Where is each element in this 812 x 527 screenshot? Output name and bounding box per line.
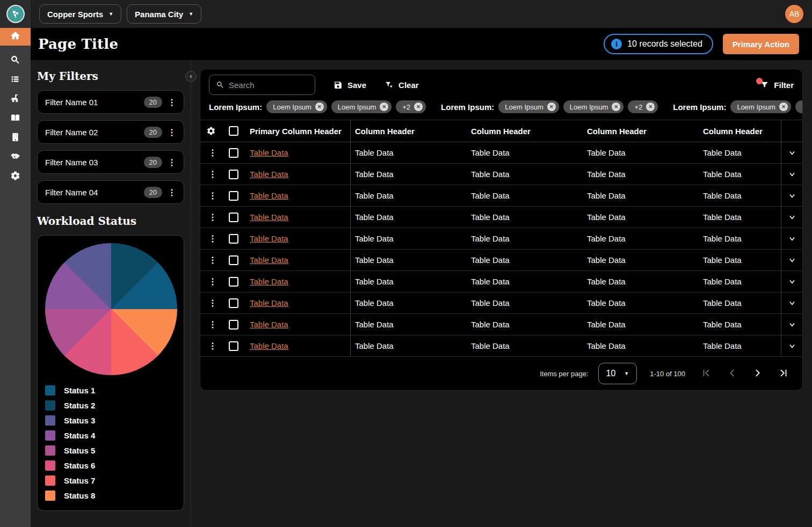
row-expand-cell[interactable] (781, 250, 802, 270)
kebab-menu-icon[interactable]: ⋮ (165, 157, 178, 167)
filter-chip[interactable]: Loem Ipsum ✕ (266, 100, 327, 113)
avatar[interactable]: AB (785, 5, 803, 23)
filter-card[interactable]: Filter Name 04 20 ⋮ (37, 180, 184, 204)
collapse-panel-button[interactable]: ‹ (185, 71, 197, 82)
row-menu-icon[interactable]: ⋮ (206, 319, 219, 330)
filter-chip[interactable]: +2 ✕ (396, 100, 426, 113)
sidebar-item-book[interactable] (0, 109, 31, 128)
primary-cell-link[interactable]: Table Data (250, 320, 288, 329)
select-all-checkbox[interactable] (229, 126, 238, 136)
filter-chip[interactable]: Loem Ipsum ✕ (563, 100, 624, 113)
row-checkbox[interactable] (229, 255, 238, 265)
logo-icon (6, 5, 25, 23)
row-checkbox[interactable] (229, 277, 238, 287)
chip-remove-icon[interactable]: ✕ (414, 103, 423, 111)
primary-action-button[interactable]: Primary Action (723, 34, 799, 54)
filter-card[interactable]: Filter Name 03 20 ⋮ (37, 150, 184, 174)
filter-chip[interactable]: Loem Ipsum ✕ (498, 100, 559, 113)
table-cell: Table Data (699, 142, 781, 163)
chevron-down-icon (788, 342, 796, 350)
kebab-menu-icon[interactable]: ⋮ (165, 187, 178, 197)
records-selected-badge[interactable]: i 10 records selected (604, 34, 713, 54)
filter-chip[interactable]: Loem Ipsum ✕ (331, 100, 392, 113)
row-menu-icon[interactable]: ⋮ (206, 255, 219, 265)
column-header-4[interactable]: Column Header (699, 120, 781, 142)
primary-cell-link[interactable]: Table Data (250, 234, 288, 243)
row-expand-cell[interactable] (781, 185, 802, 206)
column-header-2[interactable]: Column Header (467, 120, 583, 142)
app-logo[interactable] (0, 0, 31, 28)
chip-remove-icon[interactable]: ✕ (380, 103, 388, 111)
save-button[interactable]: Save (334, 80, 366, 90)
row-checkbox[interactable] (229, 213, 238, 222)
column-header-primary[interactable]: Primary Column Header (245, 120, 351, 142)
sidebar-item-building[interactable] (0, 128, 31, 148)
row-expand-cell[interactable] (781, 228, 802, 249)
row-menu-icon[interactable]: ⋮ (206, 276, 219, 287)
filter-card[interactable]: Filter Name 02 20 ⋮ (37, 120, 184, 144)
row-menu-icon[interactable]: ⋮ (206, 341, 219, 351)
row-expand-cell[interactable] (781, 142, 802, 163)
org-selector[interactable]: Copper Sports ▼ (39, 4, 121, 24)
row-menu-icon[interactable]: ⋮ (206, 169, 219, 179)
row-expand-cell[interactable] (781, 314, 802, 335)
row-checkbox[interactable] (229, 170, 238, 179)
chip-remove-icon[interactable]: ✕ (315, 103, 324, 111)
row-expand-cell[interactable] (781, 335, 802, 356)
row-checkbox[interactable] (229, 234, 238, 244)
primary-cell-link[interactable]: Table Data (250, 148, 288, 157)
location-selector[interactable]: Panama City ▼ (127, 4, 201, 24)
legend-swatch (45, 445, 55, 456)
sidebar-item-settings[interactable] (0, 167, 31, 186)
kebab-menu-icon[interactable]: ⋮ (165, 97, 178, 107)
last-page-button[interactable] (775, 368, 792, 379)
row-expand-cell[interactable] (781, 271, 802, 292)
primary-cell-link[interactable]: Table Data (250, 298, 288, 308)
chip-remove-icon[interactable]: ✕ (547, 103, 556, 111)
row-checkbox[interactable] (229, 191, 238, 201)
sidebar-item-home[interactable] (0, 28, 31, 46)
row-expand-cell[interactable] (781, 207, 802, 228)
first-page-button[interactable] (698, 368, 714, 379)
kebab-menu-icon[interactable]: ⋮ (165, 127, 178, 137)
row-checkbox[interactable] (229, 341, 238, 351)
primary-cell-link[interactable]: Table Data (250, 341, 288, 350)
row-menu-icon[interactable]: ⋮ (206, 233, 219, 244)
primary-cell-link[interactable]: Table Data (250, 170, 288, 179)
column-settings-cell[interactable] (200, 120, 222, 142)
column-header-1[interactable]: Column Header (351, 120, 467, 142)
search-input[interactable] (229, 80, 308, 90)
row-expand-cell[interactable] (781, 292, 802, 313)
filter-card[interactable]: Filter Name 01 20 ⋮ (37, 90, 184, 114)
table-cell: Table Data (467, 250, 583, 270)
primary-cell-link[interactable]: Table Data (250, 277, 288, 286)
chip-label: +2 (402, 103, 410, 111)
primary-cell-link[interactable]: Table Data (250, 191, 288, 200)
row-menu-icon[interactable]: ⋮ (206, 212, 219, 222)
filter-chip[interactable]: +2 ✕ (628, 100, 658, 113)
chip-remove-icon[interactable]: ✕ (646, 103, 655, 111)
sidebar-item-handshake[interactable] (0, 148, 31, 167)
clear-filters-button[interactable]: Clear (385, 80, 419, 90)
row-menu-icon[interactable]: ⋮ (206, 298, 219, 308)
next-page-button[interactable] (750, 368, 766, 379)
row-checkbox[interactable] (229, 298, 238, 308)
sidebar-item-list[interactable] (0, 70, 31, 90)
page-size-select[interactable]: 10 ▼ (598, 363, 637, 384)
filter-chip[interactable]: Loem Ipsum ✕ (795, 100, 802, 113)
primary-cell-link[interactable]: Table Data (250, 213, 288, 222)
primary-cell-link[interactable]: Table Data (250, 255, 288, 265)
chip-remove-icon[interactable]: ✕ (612, 103, 620, 111)
column-header-3[interactable]: Column Header (583, 120, 699, 142)
row-menu-icon[interactable]: ⋮ (206, 148, 219, 158)
row-menu-icon[interactable]: ⋮ (206, 191, 219, 201)
filter-chip[interactable]: Loem Ipsum ✕ (730, 100, 791, 113)
filter-button[interactable]: Filter (760, 80, 794, 90)
chip-remove-icon[interactable]: ✕ (779, 103, 788, 111)
row-checkbox[interactable] (229, 320, 238, 330)
sidebar-item-equipment[interactable] (0, 90, 31, 109)
previous-page-button[interactable] (724, 368, 740, 379)
row-expand-cell[interactable] (781, 164, 802, 185)
row-checkbox[interactable] (229, 148, 238, 158)
sidebar-item-search[interactable] (0, 51, 31, 70)
